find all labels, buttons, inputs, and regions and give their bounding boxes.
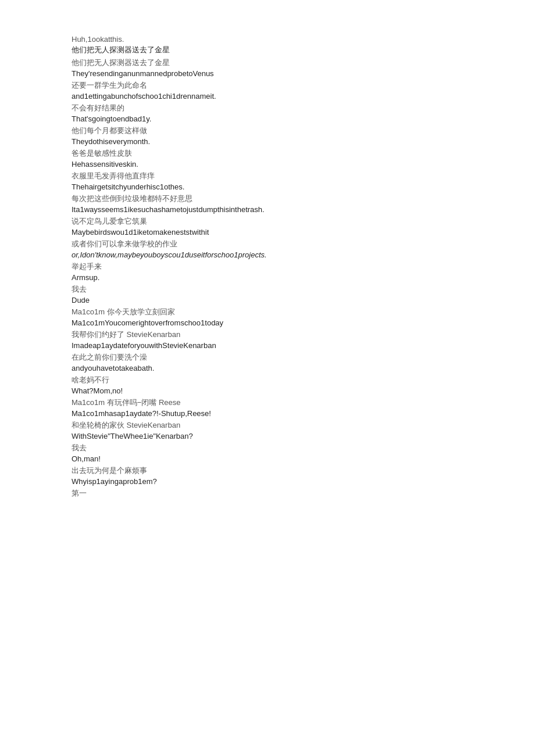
- english-line: Ita1waysseems1ikesuchashametojustdumpthi…: [72, 205, 463, 214]
- english-line: Dude: [72, 296, 463, 304]
- english-line: or,Idon'tknow,maybeyouboyscou1duseitfors…: [72, 250, 463, 259]
- english-line: Theydothiseverymonth.: [72, 137, 463, 146]
- chinese-line: Ma1co1m 有玩伴吗−闭嘴 Reese: [72, 397, 463, 408]
- chinese-line: 啥老妈不行: [72, 375, 463, 385]
- line-pair: 他们把无人探测器送去了金星They'resendinganunmannedpro…: [72, 58, 463, 78]
- english-line: Ma1co1mYoucomerightoverfromschoo1today: [72, 318, 463, 327]
- chinese-line: 出去玩为何是个麻烦事: [72, 465, 463, 476]
- english-line: Imadeap1aydateforyouwithStevieKenarban: [72, 341, 463, 350]
- chinese-line: 每次把这些倒到垃圾堆都特不好意思: [72, 194, 463, 204]
- line-pair: 或者你们可以拿来做学校的作业or,Idon'tknow,maybeyouboys…: [72, 239, 463, 259]
- line-pair: 在此之前你们要洗个澡andyouhavetotakeabath.: [72, 352, 463, 372]
- line-pair: 不会有好结果的That'sgoingtoendbad1y.: [72, 103, 463, 123]
- line-pair: 啥老妈不行What?Mom,no!: [72, 375, 463, 395]
- chinese-line: 他们每个月都要这样做: [72, 126, 463, 136]
- english-line: Hehassensitiveskin.: [72, 160, 463, 169]
- english-line: andyouhavetotakeabath.: [72, 364, 463, 372]
- line-pair: 说不定鸟儿爱拿它筑巢Maybebirdswou1d1iketomakenests…: [72, 216, 463, 237]
- chinese-line: 在此之前你们要洗个澡: [72, 352, 463, 363]
- english-line: That'sgoingtoendbad1y.: [72, 114, 463, 123]
- line-pair: 举起手来Armsup.: [72, 261, 463, 282]
- english-line: What?Mom,no!: [72, 386, 463, 395]
- line-pair: 他们每个月都要这样做Theydothiseverymonth.: [72, 126, 463, 146]
- line-pair: 我帮你们约好了 StevieKenarbanImadeap1aydatefory…: [72, 329, 463, 350]
- chinese-line: Huh,1ookatthis.: [72, 35, 463, 44]
- chinese-line: 爸爸是敏感性皮肤: [72, 148, 463, 159]
- english-line: and1ettingabunchofschoo1chi1drennameit.: [72, 92, 463, 101]
- line-pair: 我去Dude: [72, 284, 463, 304]
- chinese-line: 说不定鸟儿爱拿它筑巢: [72, 216, 463, 227]
- line-pair: 爸爸是敏感性皮肤Hehassensitiveskin.: [72, 148, 463, 169]
- line-pair: 还要一群学生为此命名and1ettingabunchofschoo1chi1dr…: [72, 80, 463, 101]
- english-line: Oh,man!: [72, 454, 463, 463]
- english-line: Armsup.: [72, 273, 463, 282]
- chinese-line: 衣服里毛发弄得他直痒痒: [72, 171, 463, 181]
- chinese-line: 我去: [72, 284, 463, 295]
- line-pair: Ma1co1m 有玩伴吗−闭嘴 ReeseMa1co1mhasap1aydate…: [72, 397, 463, 418]
- chinese-line: Ma1co1m 你今天放学立刻回家: [72, 307, 463, 317]
- chinese-line: 第一: [72, 488, 463, 499]
- english-line: WithStevie"TheWhee1ie"Kenarban?: [72, 432, 463, 440]
- line-pair: 和坐轮椅的家伙 StevieKenarbanWithStevie"TheWhee…: [72, 420, 463, 440]
- english-line: Thehairgetsitchyunderhisc1othes.: [72, 182, 463, 191]
- english-line: Maybebirdswou1d1iketomakeneststwithit: [72, 228, 463, 237]
- chinese-line: 举起手来: [72, 261, 463, 272]
- english-line: Ma1co1mhasap1aydate?!-Shutup,Reese!: [72, 409, 463, 418]
- chinese-line: 或者你们可以拿来做学校的作业: [72, 239, 463, 249]
- chinese-line: 还要一群学生为此命名: [72, 80, 463, 91]
- line-pair: 每次把这些倒到垃圾堆都特不好意思Ita1waysseems1ikesuchash…: [72, 194, 463, 214]
- english-line: 他们把无人探测器送去了金星: [72, 45, 463, 55]
- chinese-line: 不会有好结果的: [72, 103, 463, 113]
- line-pair: 衣服里毛发弄得他直痒痒Thehairgetsitchyunderhisc1oth…: [72, 171, 463, 191]
- line-pair: 我去Oh,man!: [72, 443, 463, 463]
- english-line: They'resendinganunmannedprobetoVenus: [72, 69, 463, 78]
- line-pair: 第一: [72, 488, 463, 499]
- chinese-line: 和坐轮椅的家伙 StevieKenarban: [72, 420, 463, 431]
- line-pair: Ma1co1m 你今天放学立刻回家Ma1co1mYoucomerightover…: [72, 307, 463, 327]
- english-line: Whyisp1ayingaprob1em?: [72, 477, 463, 486]
- line-pair: 出去玩为何是个麻烦事Whyisp1ayingaprob1em?: [72, 465, 463, 486]
- chinese-line: 我去: [72, 443, 463, 453]
- subtitle-container: Huh,1ookatthis.他们把无人探测器送去了金星他们把无人探测器送去了金…: [72, 35, 463, 499]
- chinese-line: 我帮你们约好了 StevieKenarban: [72, 329, 463, 340]
- chinese-line: 他们把无人探测器送去了金星: [72, 58, 463, 68]
- line-pair: Huh,1ookatthis.他们把无人探测器送去了金星: [72, 35, 463, 55]
